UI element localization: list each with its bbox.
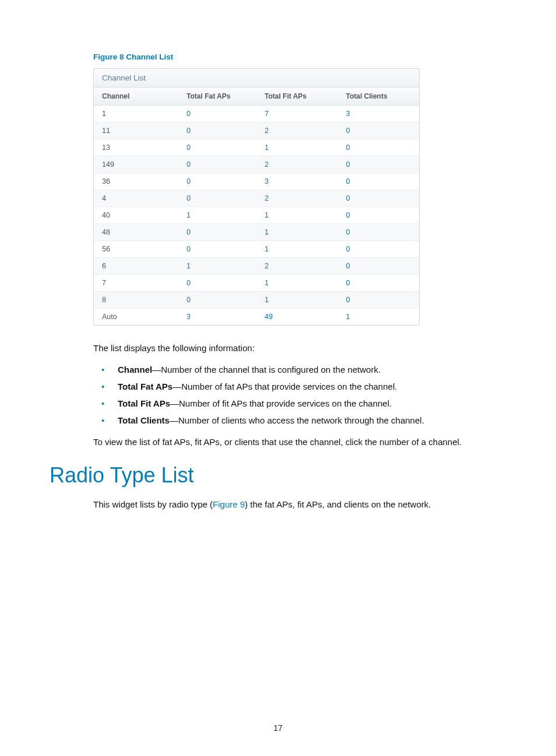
cell-total-clients[interactable]: 0	[337, 123, 419, 139]
cell-channel: 56	[94, 241, 178, 257]
cell-total-fit-aps[interactable]: 1	[256, 241, 338, 257]
desc: —Number of fit APs that provide services…	[170, 398, 392, 408]
list-item: Channel—Number of the channel that is co…	[93, 361, 506, 378]
outro-text: To view the list of fat APs, fit APs, or…	[93, 437, 506, 447]
cell-total-clients[interactable]: 0	[337, 241, 419, 257]
header-channel: Channel	[94, 88, 178, 105]
list-item: Total Fat APs—Number of fat APs that pro…	[93, 378, 506, 395]
desc: —Number of the channel that is configure…	[152, 365, 381, 374]
page-number: 17	[0, 723, 556, 733]
info-list: Channel—Number of the channel that is co…	[93, 361, 506, 429]
section-body-post: ) the fat APs, fit APs, and clients on t…	[245, 499, 431, 509]
cell-channel: 8	[94, 292, 178, 308]
cell-total-fat-aps[interactable]: 3	[178, 309, 256, 325]
cell-total-fit-aps[interactable]: 1	[256, 139, 338, 156]
cell-channel: 13	[94, 139, 178, 156]
cell-total-fit-aps[interactable]: 2	[256, 123, 338, 139]
desc: —Number of clients who access the networ…	[170, 415, 424, 425]
cell-total-fat-aps[interactable]: 0	[178, 292, 256, 308]
cell-channel: 7	[94, 275, 178, 291]
cell-total-fit-aps[interactable]: 49	[256, 309, 338, 325]
cell-channel: 149	[94, 156, 178, 173]
desc: —Number of fat APs that provide services…	[173, 382, 397, 391]
table-row: 8010	[94, 292, 419, 309]
term: Total Clients	[118, 415, 170, 425]
cell-total-clients[interactable]: 0	[337, 173, 419, 190]
table-row: 4020	[94, 190, 419, 207]
widget-title: Channel List	[94, 69, 419, 88]
cell-channel: 11	[94, 123, 178, 139]
cell-total-clients[interactable]: 0	[337, 258, 419, 274]
cell-channel: 4	[94, 190, 178, 206]
table-body: 1073110201301014902036030402040110480105…	[94, 106, 419, 325]
cell-total-fat-aps[interactable]: 0	[178, 190, 256, 206]
cell-total-fit-aps[interactable]: 2	[256, 156, 338, 173]
cell-channel: 36	[94, 173, 178, 190]
cell-total-clients[interactable]: 0	[337, 292, 419, 308]
cell-total-clients[interactable]: 3	[337, 106, 419, 122]
cell-total-fat-aps[interactable]: 0	[178, 224, 256, 240]
figure-caption: Figure 8 Channel List	[93, 52, 506, 61]
term: Total Fat APs	[118, 382, 173, 391]
cell-total-clients[interactable]: 0	[337, 275, 419, 291]
cell-total-fat-aps[interactable]: 0	[178, 123, 256, 139]
term: Total Fit APs	[118, 398, 170, 408]
cell-channel: Auto	[94, 309, 178, 325]
list-item: Total Fit APs—Number of fit APs that pro…	[93, 395, 506, 412]
cell-total-fit-aps[interactable]: 1	[256, 224, 338, 240]
cell-total-clients[interactable]: 0	[337, 156, 419, 173]
cell-total-clients[interactable]: 1	[337, 309, 419, 325]
cell-channel: 6	[94, 258, 178, 274]
cell-total-fit-aps[interactable]: 7	[256, 106, 338, 122]
cell-total-fat-aps[interactable]: 0	[178, 139, 256, 156]
cell-total-clients[interactable]: 0	[337, 190, 419, 206]
cell-total-fit-aps[interactable]: 2	[256, 258, 338, 274]
cell-total-fit-aps[interactable]: 2	[256, 190, 338, 206]
cell-total-fat-aps[interactable]: 0	[178, 241, 256, 257]
cell-total-clients[interactable]: 0	[337, 207, 419, 223]
table-row: 149020	[94, 156, 419, 173]
cell-total-clients[interactable]: 0	[337, 224, 419, 240]
cell-total-fit-aps[interactable]: 1	[256, 292, 338, 308]
table-row: 7010	[94, 275, 419, 292]
figure-9-link[interactable]: Figure 9	[213, 499, 245, 509]
header-total-clients: Total Clients	[337, 88, 419, 105]
cell-total-fit-aps[interactable]: 3	[256, 173, 338, 190]
cell-channel: 40	[94, 207, 178, 223]
table-row: 48010	[94, 224, 419, 241]
table-row: 36030	[94, 173, 419, 190]
cell-total-clients[interactable]: 0	[337, 139, 419, 156]
table-header-row: Channel Total Fat APs Total Fit APs Tota…	[94, 88, 419, 106]
header-total-fit-aps: Total Fit APs	[256, 88, 338, 105]
cell-total-fat-aps[interactable]: 1	[178, 207, 256, 223]
cell-total-fit-aps[interactable]: 1	[256, 207, 338, 223]
intro-text: The list displays the following informat…	[93, 343, 506, 353]
cell-total-fat-aps[interactable]: 0	[178, 173, 256, 190]
table-row: 13010	[94, 139, 419, 156]
cell-total-fat-aps[interactable]: 1	[178, 258, 256, 274]
cell-total-fat-aps[interactable]: 0	[178, 275, 256, 291]
term: Channel	[118, 365, 152, 374]
section-body: This widget lists by radio type (Figure …	[93, 499, 506, 509]
header-total-fat-aps: Total Fat APs	[178, 88, 256, 105]
table-row: 11020	[94, 123, 419, 139]
section-body-pre: This widget lists by radio type (	[93, 499, 213, 509]
table-row: 1073	[94, 106, 419, 123]
table-row: 40110	[94, 207, 419, 224]
cell-total-fat-aps[interactable]: 0	[178, 156, 256, 173]
table-row: 6120	[94, 258, 419, 275]
table-row: Auto3491	[94, 309, 419, 325]
channel-list-widget: Channel List Channel Total Fat APs Total…	[93, 68, 420, 326]
list-item: Total Clients—Number of clients who acce…	[93, 412, 506, 429]
cell-channel: 48	[94, 224, 178, 240]
section-heading-radio-type-list: Radio Type List	[50, 463, 506, 488]
cell-channel: 1	[94, 106, 178, 122]
table-row: 56010	[94, 241, 419, 258]
cell-total-fat-aps[interactable]: 0	[178, 106, 256, 122]
cell-total-fit-aps[interactable]: 1	[256, 275, 338, 291]
